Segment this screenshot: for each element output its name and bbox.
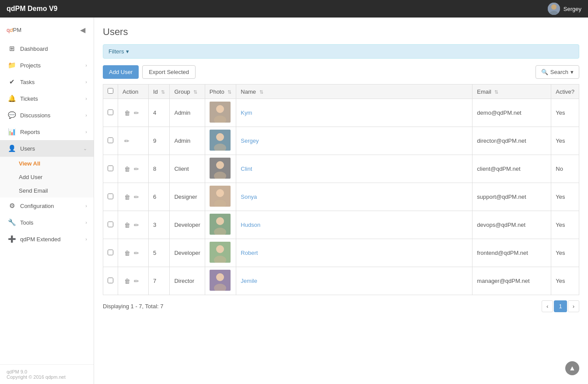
row-checkbox[interactable] [108, 250, 113, 255]
delete-button[interactable]: 🗑 [122, 165, 132, 173]
chevron-right-icon: › [85, 129, 87, 134]
group-cell: Client [170, 155, 205, 183]
discussions-icon: 💬 [8, 111, 16, 119]
email-cell: director@qdPM.net [472, 127, 551, 155]
delete-button[interactable]: 🗑 [122, 109, 132, 117]
email-cell: manager@qdPM.net [472, 267, 551, 295]
name-cell: Robert [236, 239, 472, 267]
row-checkbox[interactable] [108, 278, 113, 283]
export-selected-button[interactable]: Export Selected [142, 65, 196, 79]
sidebar-item-dashboard[interactable]: ⊞ Dashboard [0, 40, 94, 57]
id-cell: 7 [149, 267, 170, 295]
sidebar-collapse-button[interactable]: ◀ [78, 24, 87, 36]
sidebar-item-users[interactable]: 👤 Users ⌄ [0, 140, 94, 157]
sidebar-item-tasks[interactable]: ✔ Tasks › [0, 74, 94, 90]
pagination-next-button[interactable]: › [568, 300, 579, 312]
sidebar-item-discussions[interactable]: 💬 Discussions › [0, 107, 94, 123]
users-icon: 👤 [8, 144, 16, 152]
select-all-checkbox[interactable] [108, 88, 113, 94]
row-checkbox[interactable] [108, 222, 113, 227]
edit-button[interactable]: ✏ [132, 277, 141, 285]
delete-button[interactable]: 🗑 [122, 277, 132, 285]
chevron-right-icon: › [85, 236, 87, 242]
qdpm-link[interactable]: qdpm.net [46, 374, 66, 380]
sidebar-item-view-all[interactable]: View All [0, 157, 94, 170]
sidebar-footer: qdPM 9.0 Copyright © 2016 qdpm.net [0, 364, 94, 384]
table-row: ✏9Admin Sergeydirector@qdPM.netYes [103, 127, 579, 155]
header-checkbox [103, 85, 118, 99]
pagination-page-1-button[interactable]: 1 [554, 300, 567, 312]
name-cell: Hudson [236, 211, 472, 239]
photo-cell [205, 155, 236, 183]
active-cell: Yes [551, 99, 579, 127]
user-name-link[interactable]: Clint [241, 166, 252, 172]
row-checkbox[interactable] [108, 194, 113, 199]
row-checkbox[interactable] [108, 109, 113, 115]
active-cell: Yes [551, 267, 579, 295]
edit-button[interactable]: ✏ [122, 137, 131, 145]
qdpm-extended-icon: ➕ [8, 235, 16, 243]
sidebar-item-add-user[interactable]: Add User [0, 170, 94, 184]
scroll-to-top-button[interactable]: ▲ [565, 361, 579, 375]
filters-button[interactable]: Filters ▾ [108, 48, 129, 55]
user-name-link[interactable]: Sergey [241, 137, 259, 144]
header-active: Active? [551, 85, 579, 99]
add-user-button[interactable]: Add User [103, 65, 139, 79]
filters-bar: Filters ▾ [103, 44, 579, 59]
delete-button[interactable]: 🗑 [122, 249, 132, 257]
group-cell: Director [170, 267, 205, 295]
id-cell: 5 [149, 239, 170, 267]
edit-button[interactable]: ✏ [132, 109, 141, 117]
sidebar-nav: ⊞ Dashboard 📁 Projects › ✔ Tasks › 🔔 Tic… [0, 40, 94, 364]
user-name-link[interactable]: Sonya [241, 194, 257, 200]
edit-button[interactable]: ✏ [132, 249, 141, 257]
edit-button[interactable]: ✏ [132, 221, 141, 229]
sidebar-item-tickets[interactable]: 🔔 Tickets › [0, 90, 94, 107]
header-action: Action [118, 85, 149, 99]
edit-button[interactable]: ✏ [132, 165, 141, 173]
projects-icon: 📁 [8, 61, 16, 69]
pagination-info: Displaying 1 - 7, Total: 7 [103, 303, 164, 310]
reports-icon: 📊 [8, 128, 16, 136]
search-button[interactable]: 🔍 Search ▾ [536, 65, 579, 79]
user-name-link[interactable]: Hudson [241, 222, 260, 228]
header-email: Email ⇅ [472, 85, 551, 99]
chevron-down-icon: ⌄ [83, 146, 87, 151]
action-cell: 🗑✏ [118, 99, 149, 127]
group-cell: Developer [170, 211, 205, 239]
chevron-right-icon: › [85, 96, 87, 101]
sidebar-item-tools[interactable]: 🔧 Tools › [0, 214, 94, 231]
sidebar: qdPM ◀ ⊞ Dashboard 📁 Projects › ✔ Tasks … [0, 18, 94, 384]
toolbar-left: Add User Export Selected [103, 65, 196, 79]
tools-icon: 🔧 [8, 218, 16, 226]
user-name-link[interactable]: Kym [241, 109, 252, 116]
users-table: Action Id ⇅ Group ⇅ Photo ⇅ Name ⇅ Email… [103, 84, 579, 295]
sidebar-item-qdpm-extended[interactable]: ➕ qdPM Extended › [0, 231, 94, 247]
sidebar-item-projects[interactable]: 📁 Projects › [0, 57, 94, 74]
row-checkbox[interactable] [108, 166, 113, 171]
delete-button[interactable]: 🗑 [122, 221, 132, 229]
sidebar-item-send-email[interactable]: Send Email [0, 184, 94, 197]
user-name-link[interactable]: Jemile [241, 278, 257, 284]
name-cell: Sergey [236, 127, 472, 155]
user-menu[interactable]: Sergey [548, 3, 581, 15]
sidebar-item-reports[interactable]: 📊 Reports › [0, 123, 94, 140]
row-checkbox[interactable] [108, 137, 113, 143]
user-name-link[interactable]: Robert [241, 250, 258, 256]
sidebar-item-configuration[interactable]: ⚙ Configuration › [0, 197, 94, 214]
group-cell: Admin [170, 127, 205, 155]
topbar: qdPM Demo V9 Sergey [0, 0, 588, 18]
id-cell: 3 [149, 211, 170, 239]
svg-point-4 [216, 105, 224, 113]
pagination-bar: Displaying 1 - 7, Total: 7 ‹ 1 › [103, 300, 579, 312]
edit-button[interactable]: ✏ [132, 193, 141, 201]
dashboard-icon: ⊞ [8, 45, 16, 53]
pagination-prev-button[interactable]: ‹ [542, 300, 553, 312]
username: Sergey [564, 6, 581, 12]
action-cell: 🗑✏ [118, 267, 149, 295]
photo-cell [205, 99, 236, 127]
svg-point-28 [216, 273, 224, 281]
name-cell: Sonya [236, 183, 472, 211]
delete-button[interactable]: 🗑 [122, 193, 132, 201]
svg-point-12 [216, 161, 224, 169]
